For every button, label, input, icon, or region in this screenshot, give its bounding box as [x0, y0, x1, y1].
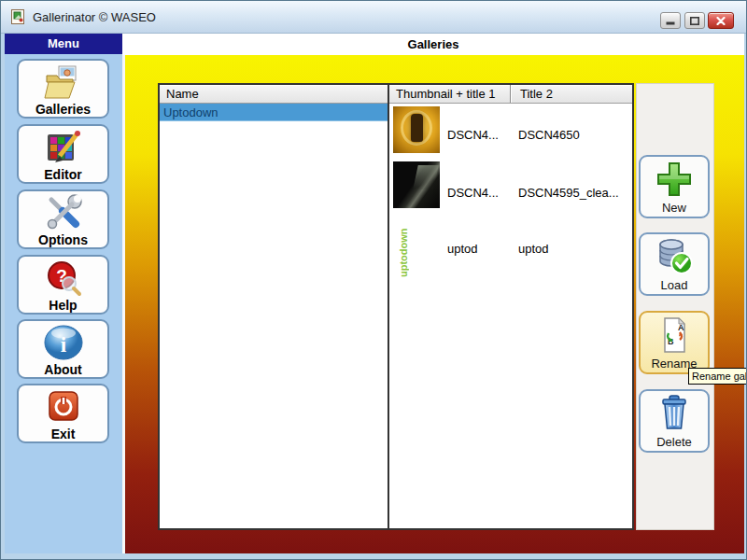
editor-grid-pencil-icon — [45, 128, 82, 167]
column-header-name[interactable]: Name — [160, 85, 388, 103]
item-title2: uptod — [518, 242, 549, 256]
item-title1: DSCN4... — [447, 186, 499, 200]
minimize-button[interactable] — [660, 12, 681, 29]
sidebar-item-label: Galleries — [35, 102, 91, 117]
galleries-folder-icon — [43, 63, 84, 102]
rename-document-icon: A B — [656, 314, 692, 357]
page-title: Galleries — [122, 34, 744, 55]
new-button[interactable]: New — [639, 155, 710, 218]
uptodown-logo: uptodown — [397, 217, 410, 277]
actions-panel — [636, 83, 714, 530]
gallery-row-uptodown[interactable]: Uptodown — [160, 104, 388, 121]
maximize-button[interactable] — [684, 12, 705, 29]
menu-header: Menu — [5, 34, 122, 54]
sidebar-item-editor[interactable]: Editor — [17, 124, 109, 184]
items-list-panel: Thumbnail + title 1 Title 2 DSCN4... DSC… — [388, 83, 634, 530]
about-info-icon: i — [42, 323, 85, 362]
item-row[interactable]: uptodown uptod uptod — [389, 216, 632, 281]
rename-tooltip: Rename galle — [688, 368, 747, 385]
sidebar: Galleries Editor — [5, 54, 122, 553]
sidebar-item-label: About — [44, 362, 81, 377]
gallery-list-panel: Name Uptodown — [158, 83, 389, 530]
trash-icon — [655, 392, 693, 435]
help-question-magnifier-icon: ? — [44, 259, 83, 298]
app-icon — [10, 8, 26, 29]
item-title2: DSCN4595_clea... — [518, 186, 619, 200]
action-label: Load — [661, 278, 688, 292]
sidebar-item-about[interactable]: i About — [17, 319, 109, 379]
sidebar-item-label: Help — [49, 298, 77, 313]
column-header-thumbnail-title1[interactable]: Thumbnail + title 1 — [389, 85, 511, 103]
rename-button[interactable]: A B Rename — [639, 311, 710, 374]
svg-text:i: i — [60, 333, 66, 357]
sidebar-item-galleries[interactable]: Galleries — [17, 59, 109, 119]
item-row[interactable]: DSCN4... DSCN4650 — [389, 104, 632, 160]
app-window: Gallerinator © WASEO Menu Galleries — [0, 0, 747, 560]
sidebar-item-label: Editor — [44, 167, 81, 182]
item-row[interactable]: DSCN4... DSCN4595_clea... — [389, 160, 632, 216]
items-rows: DSCN4... DSCN4650 DSCN4... DSCN4595_clea… — [389, 104, 632, 528]
sidebar-item-options[interactable]: Options — [17, 189, 109, 249]
title-bar: Gallerinator © WASEO — [1, 1, 747, 34]
action-label: New — [662, 201, 686, 215]
thumbnail-amber-bottle — [393, 106, 440, 153]
plus-icon — [654, 158, 695, 201]
item-title2: DSCN4650 — [518, 128, 580, 142]
sidebar-item-exit[interactable]: Exit — [17, 384, 109, 443]
sidebar-item-help[interactable]: ? Help — [17, 255, 109, 315]
window-title: Gallerinator © WASEO — [33, 1, 156, 34]
svg-text:A: A — [678, 323, 684, 332]
exit-power-icon — [46, 387, 81, 427]
sidebar-item-label: Options — [38, 232, 88, 247]
load-button[interactable]: Load — [639, 232, 710, 296]
item-title1: DSCN4... — [447, 128, 499, 142]
column-header-title2[interactable]: Title 2 — [511, 85, 632, 103]
close-button[interactable] — [708, 12, 734, 29]
options-tools-icon — [44, 193, 83, 232]
sidebar-item-label: Exit — [51, 427, 76, 441]
delete-button[interactable]: Delete — [639, 389, 710, 453]
thumbnail-dark-photo — [393, 161, 440, 208]
action-label: Delete — [656, 435, 692, 449]
database-check-icon — [653, 235, 696, 278]
item-title1: uptod — [447, 242, 478, 256]
